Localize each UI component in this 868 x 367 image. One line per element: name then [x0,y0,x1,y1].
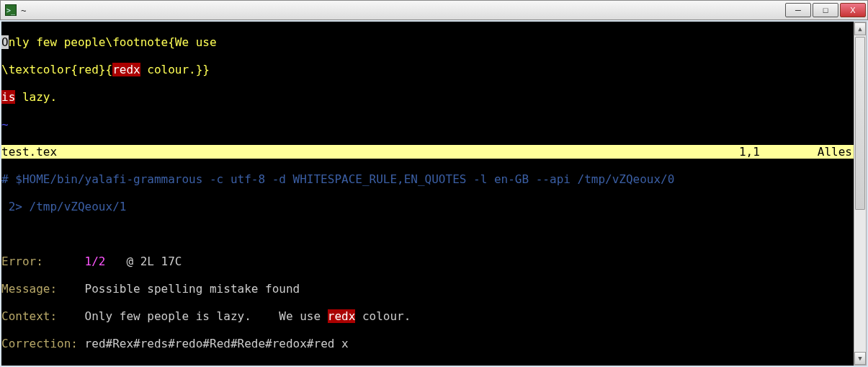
titlebar-left: >_ ~ [5,4,27,16]
scrollbar-down-button[interactable]: ▼ [854,352,866,365]
err1-ctx-label: Context: [1,309,57,323]
terminal[interactable]: Only few people\footnote{We use \textcol… [1,22,854,366]
err1-label: Error: [1,255,43,268]
err1-cor: red#Rex#reds#redo#Red#Rede#redox#red x [85,337,349,350]
terminal-icon: >_ [5,4,17,16]
source-line-2b: colour.}} [140,63,210,76]
source-line-2a: \textcolor{red}{ [1,63,112,76]
err1-msg-label: Message: [1,282,57,296]
command-line-1: # $HOME/bin/yalafi-grammarous -c utf-8 -… [1,172,674,186]
err1-count: 1/2 [85,255,106,268]
source-line-3b: lazy. [15,90,57,104]
minimize-button[interactable]: ─ [785,3,811,17]
statusline-filename: test.tex [1,145,57,159]
scrollbar-up-button[interactable]: ▲ [854,22,866,35]
maximize-button[interactable]: □ [813,3,838,17]
statusline-pos: 1,1 [739,145,818,159]
err1-ctx-b: colour. [355,309,411,323]
statusline-pct: Alles [818,145,854,159]
command-line-2: 2> /tmp/vZQeoux/1 [1,200,126,213]
err1-loc: @ 2L 17C [126,255,182,268]
close-button[interactable]: X [840,3,866,17]
scrollbar[interactable]: ▲ ▼ [854,22,867,366]
window-title: ~ [21,5,27,16]
cursor: O [1,35,9,49]
err1-ctx-a: Only few people is lazy. We use [85,309,328,323]
err1-ctx-hl: redx [328,309,356,323]
statusline-top: test.tex1,1Alles [1,145,854,159]
tilde-line: ~ [1,118,9,131]
terminal-wrapper: Only few people\footnote{We use \textcol… [0,20,868,367]
titlebar: >_ ~ ─ □ X [0,0,868,20]
source-highlight-redx: redx [112,63,140,76]
source-line-1: nly few people\footnote{We use [9,35,217,49]
window-buttons: ─ □ X [784,3,866,17]
scrollbar-thumb[interactable] [855,37,865,210]
err1-msg: Possible spelling mistake found [85,282,300,296]
err1-cor-label: Correction: [1,337,78,350]
source-highlight-is: is [1,90,15,104]
